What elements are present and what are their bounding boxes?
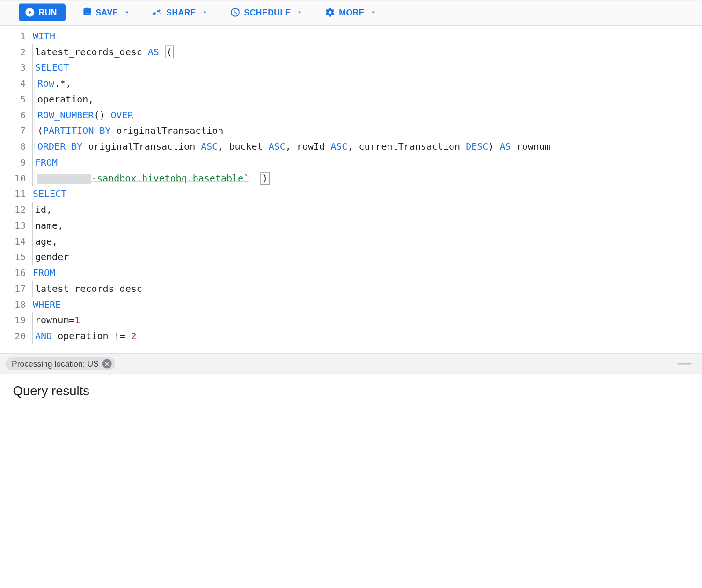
code-line: ROW_NUMBER() OVER [33, 107, 702, 123]
code-line: gender [33, 249, 702, 265]
code-line: WITH [33, 28, 702, 44]
code-line: FROM [33, 265, 702, 281]
sql-editor[interactable]: 1234567891011121314151617181920 WITH lat… [0, 26, 702, 353]
line-number: 10 [0, 170, 26, 186]
schedule-button[interactable]: SCHEDULE [230, 7, 304, 18]
code-line: SELECT [33, 186, 702, 202]
line-number: 9 [0, 154, 26, 170]
code-line: latest_records_desc AS ( [33, 44, 702, 60]
line-number: 4 [0, 75, 26, 91]
code-line: -sandbox.hivetobq.basetable` ) [33, 170, 702, 186]
more-label: MORE [339, 7, 365, 17]
code-line: latest_records_desc [33, 281, 702, 297]
toolbar: RUN SAVE SHARE SCHEDULE MORE [0, 0, 702, 26]
line-number: 8 [0, 138, 26, 154]
line-number: 16 [0, 265, 26, 281]
line-number: 6 [0, 107, 26, 123]
save-button[interactable]: SAVE [81, 7, 131, 18]
chevron-down-icon [201, 8, 209, 17]
code-line: rownum=1 [33, 312, 702, 328]
line-number: 1 [0, 28, 26, 44]
code-line: age, [33, 233, 702, 249]
run-button[interactable]: RUN [19, 4, 65, 22]
chevron-down-icon [296, 8, 304, 17]
code-line: ORDER BY originalTransaction ASC, bucket… [33, 138, 702, 154]
code-line: FROM [33, 154, 702, 170]
line-number: 17 [0, 281, 26, 297]
line-number: 13 [0, 218, 26, 233]
save-icon [81, 7, 92, 18]
line-number: 11 [0, 186, 26, 202]
share-icon [152, 7, 163, 18]
line-number: 7 [0, 123, 26, 139]
chevron-down-icon [123, 8, 132, 17]
gear-icon [325, 7, 336, 18]
share-label: SHARE [166, 7, 196, 17]
code-line: id, [33, 202, 702, 218]
line-number: 20 [0, 328, 26, 344]
line-number: 2 [0, 44, 26, 60]
line-number: 12 [0, 202, 26, 218]
close-icon[interactable]: ✕ [102, 359, 111, 369]
save-label: SAVE [95, 7, 118, 17]
results-title: Query results [0, 374, 702, 404]
line-number: 14 [0, 233, 26, 249]
code-line: name, [33, 218, 702, 233]
play-icon [25, 7, 36, 18]
code-line: (PARTITION BY originalTransaction [33, 123, 702, 139]
line-number: 18 [0, 297, 26, 312]
processing-location-chip[interactable]: Processing location: US ✕ [6, 357, 115, 370]
share-button[interactable]: SHARE [152, 7, 209, 18]
status-bar: Processing location: US ✕ [0, 353, 702, 374]
code-line: operation, [33, 91, 702, 107]
code-area[interactable]: WITH latest_records_desc AS ( SELECT Row… [33, 28, 702, 353]
drag-handle-icon[interactable] [678, 363, 692, 365]
clock-icon [230, 7, 241, 18]
line-number: 15 [0, 249, 26, 265]
redacted-text [37, 174, 91, 184]
code-line: AND operation != 2 [33, 328, 702, 344]
chip-label: Processing location: US [12, 359, 99, 369]
code-line: WHERE [33, 297, 702, 312]
more-button[interactable]: MORE [325, 7, 377, 18]
line-gutter: 1234567891011121314151617181920 [0, 28, 33, 353]
run-label: RUN [39, 7, 57, 17]
schedule-label: SCHEDULE [244, 7, 291, 17]
code-line: SELECT [33, 60, 702, 76]
line-number: 19 [0, 312, 26, 328]
chevron-down-icon [369, 8, 378, 17]
line-number: 5 [0, 91, 26, 107]
line-number: 3 [0, 60, 26, 76]
code-line: Row.*, [33, 75, 702, 91]
